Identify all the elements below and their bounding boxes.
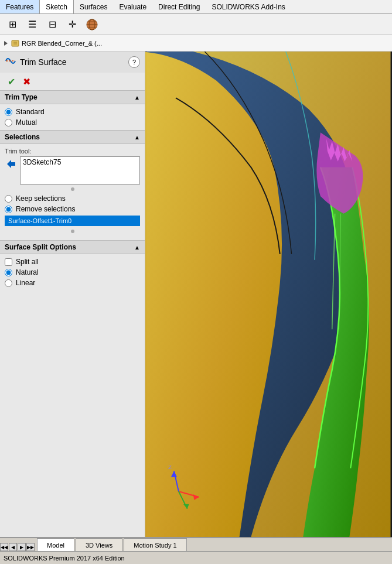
surface-split-collapse-icon: ▲ [134,244,140,251]
natural-label: Natural [16,268,39,276]
svg-text:Z: Z [168,464,172,470]
tab-nav-prev[interactable]: ◀ [9,543,17,551]
split-all-checkbox[interactable] [5,258,12,266]
trim-tool-label: Trim tool: [5,148,140,155]
panel-title-bar: Trim Surface ? [0,52,145,73]
trim-type-mutual-label: Mutual [16,118,37,127]
menu-features[interactable]: Features [0,0,39,13]
trim-type-section-header[interactable]: Trim Type ▲ [0,90,145,104]
natural-radio[interactable] [5,269,12,276]
toolbar-globe-btn[interactable] [83,16,101,33]
toolbar-table-btn[interactable]: ⊟ [43,16,62,33]
trim-tool-input[interactable]: 3DSketch75 [20,156,140,184]
trim-type-content: Standard Mutual [0,104,145,130]
svg-marker-10 [7,160,15,168]
trim-type-collapse-icon: ▲ [134,94,140,101]
action-row: ✔ ✖ [0,73,145,90]
trim-surface-icon [5,55,16,69]
tab-motion-study[interactable]: Motion Study 1 [124,538,186,551]
remove-selections-radio[interactable] [5,206,12,213]
tab-nav-last[interactable]: ▶▶ [26,543,35,551]
tree-node-icon [11,39,19,47]
menu-bar: Features Sketch Surfaces Evaluate Direct… [0,0,392,14]
status-text: SOLIDWORKS Premium 2017 x64 Edition [4,555,125,562]
surface-split-section-header[interactable]: Surface Split Options ▲ [0,240,145,254]
menu-surfaces[interactable]: Surfaces [74,0,113,13]
surface-list-item[interactable]: Surface-Offset1-Trim0 [5,216,140,226]
menu-solidworks-addins[interactable]: SOLIDWORKS Add-Ins [206,0,291,13]
menu-evaluate[interactable]: Evaluate [113,0,152,13]
tab-navigation: ◀◀ ◀ ▶ ▶▶ [0,543,35,551]
viewport-scene: Z [145,52,392,537]
viewport[interactable]: Z [145,52,392,537]
toolbar-grid-btn[interactable]: ⊞ [3,16,22,33]
trim-type-standard-item[interactable]: Standard [5,108,140,116]
help-button[interactable]: ? [128,56,140,68]
surface-split-title: Surface Split Options [5,243,76,251]
menu-sketch[interactable]: Sketch [39,0,74,13]
remove-selections-label: Remove selections [16,205,75,213]
keep-selections-radio[interactable] [5,195,12,203]
surface-split-content: Split all Natural Linear [0,254,145,290]
trim-type-title: Trim Type [5,93,38,101]
keep-selections-item[interactable]: Keep selections [5,194,140,203]
natural-item[interactable]: Natural [5,268,140,276]
linear-radio[interactable] [5,279,12,287]
tree-header: RGR Blended_Corner_& (... [0,35,392,52]
split-all-item[interactable]: Split all [5,258,140,266]
trim-type-mutual-radio[interactable] [5,119,12,127]
tab-nav-next[interactable]: ▶ [18,543,26,551]
cancel-button[interactable]: ✖ [20,75,33,88]
confirm-button[interactable]: ✔ [5,75,18,88]
trim-type-standard-radio[interactable] [5,108,12,116]
status-bar: SOLIDWORKS Premium 2017 x64 Edition [0,551,392,564]
menu-direct-editing[interactable]: Direct Editing [152,0,206,13]
toolbar: ⊞ ☰ ⊟ ✛ [0,14,392,35]
split-all-label: Split all [16,258,39,266]
linear-item[interactable]: Linear [5,279,140,287]
remove-selections-item[interactable]: Remove selections [5,205,140,213]
selections-title: Selections [5,133,40,141]
surface-list: Surface-Offset1-Trim0 [5,216,140,226]
trim-type-mutual-item[interactable]: Mutual [5,118,140,127]
panel-title-text: Trim Surface [20,57,67,67]
svg-rect-6 [12,40,19,46]
selections-content: Trim tool: 3DSketch75 Keep selections [0,144,145,240]
trim-type-standard-label: Standard [16,108,45,116]
toolbar-list-btn[interactable]: ☰ [23,16,42,33]
keep-selections-label: Keep selections [16,194,66,203]
svg-marker-5 [4,41,8,46]
tab-model[interactable]: Model [37,538,74,551]
left-panel: Trim Surface ? ✔ ✖ Trim Type ▲ Standard … [0,52,145,537]
tab-3d-views[interactable]: 3D Views [76,538,122,551]
linear-label: Linear [16,279,35,287]
main-layout: Trim Surface ? ✔ ✖ Trim Type ▲ Standard … [0,52,392,537]
selections-section-header[interactable]: Selections ▲ [0,130,145,144]
tree-arrow-icon [2,39,11,47]
selections-collapse-icon: ▲ [134,134,140,141]
toolbar-move-btn[interactable]: ✛ [63,16,81,33]
trim-tool-arrow-btn[interactable] [5,158,18,170]
bottom-tabs: ◀◀ ◀ ▶ ▶▶ Model 3D Views Motion Study 1 [0,537,392,551]
tab-nav-first[interactable]: ◀◀ [0,543,8,551]
tree-node-label: RGR Blended_Corner_& (... [22,40,102,47]
